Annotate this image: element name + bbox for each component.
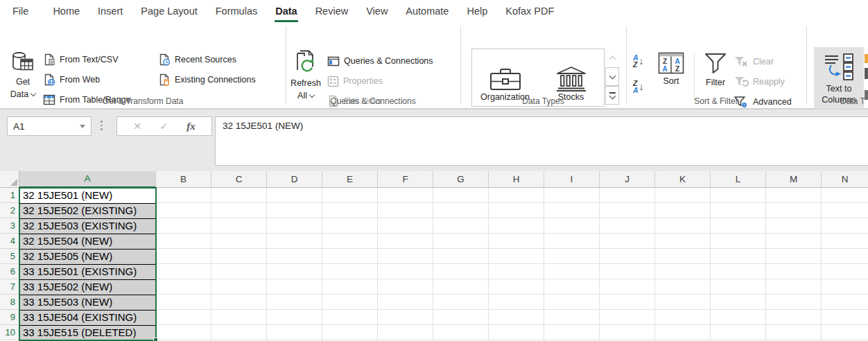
queries-connections-button[interactable]: Queries & Connections (327, 54, 433, 68)
clear-filter-button[interactable]: Clear (734, 55, 774, 69)
column-header-i[interactable]: I (544, 171, 600, 188)
row-header[interactable]: 4 (0, 234, 19, 249)
column-header-b[interactable]: B (156, 171, 211, 188)
cells-area[interactable] (156, 188, 868, 341)
gallery-scroll-up-button[interactable] (605, 49, 619, 67)
properties-button[interactable]: Properties (327, 74, 383, 88)
tab-home[interactable]: Home (44, 0, 89, 22)
select-all-button[interactable] (0, 171, 19, 188)
enter-icon[interactable]: ✓ (160, 121, 168, 132)
refresh-all-icon (293, 50, 319, 76)
cell-a4[interactable]: 32 15JE504 (NEW) (20, 234, 155, 250)
row-header[interactable]: 2 (0, 203, 19, 218)
row-header[interactable]: 6 (0, 264, 19, 279)
sort-label: Sort (663, 76, 679, 87)
column-header-l[interactable]: L (711, 171, 766, 188)
sort-dialog-icon: Z A A Z (658, 52, 684, 74)
column-header-m[interactable]: M (766, 171, 822, 188)
clear-filter-label: Clear (753, 57, 774, 67)
select-all-triangle-icon (10, 179, 17, 186)
cell-a5[interactable]: 32 15JE505 (NEW) (20, 250, 155, 265)
filter-button[interactable]: Filter (700, 52, 731, 88)
cell-a9[interactable]: 33 15JE504 (EXISTING) (20, 311, 155, 326)
tab-insert[interactable]: Insert (89, 0, 132, 22)
recent-sources-button[interactable]: Recent Sources (158, 53, 236, 67)
chevron-down-icon (31, 91, 36, 96)
tab-automate[interactable]: Automate (397, 0, 458, 22)
name-box-dropdown-icon[interactable] (80, 125, 85, 128)
group-label-data-types: Data Types (460, 96, 626, 106)
svg-text:Z: Z (663, 58, 667, 65)
tab-review[interactable]: Review (306, 0, 358, 22)
clipped-flash-fill-icon (865, 54, 868, 63)
cell-a10[interactable]: 33 15JE515 (DELETED) (20, 326, 155, 341)
from-web-button[interactable]: From Web (43, 73, 100, 87)
get-data-label-line1: Get (16, 76, 30, 87)
svg-text:A: A (662, 65, 667, 73)
column-header-k[interactable]: K (655, 171, 711, 188)
column-header-c[interactable]: C (211, 171, 267, 188)
row-header[interactable]: 8 (0, 295, 19, 310)
cell-a3[interactable]: 32 15JE503 (EXISTING) (20, 219, 155, 234)
refresh-all-button[interactable]: Refresh All (287, 50, 324, 101)
column-header-e[interactable]: E (322, 171, 378, 188)
cell-a2[interactable]: 32 15JE502 (EXISTING) (20, 204, 155, 219)
column-header-f[interactable]: F (378, 171, 433, 188)
properties-icon (327, 76, 339, 87)
existing-connections-button[interactable]: Existing Connections (158, 73, 256, 87)
formula-bar-resize-handle[interactable] (101, 121, 103, 130)
column-header-n[interactable]: N (822, 171, 868, 188)
formula-bar-buttons: ✕ ✓ fx (116, 116, 212, 136)
group-label-get-transform: Get & Transform Data (0, 96, 286, 106)
stocks-icon (556, 66, 587, 92)
tab-view[interactable]: View (357, 0, 397, 22)
cell-a6[interactable]: 33 15JE501 (EXISTING) (20, 265, 155, 280)
ribbon-tab-bar: File Home Insert Page Layout Formulas Da… (0, 0, 868, 22)
group-separator (286, 26, 286, 104)
recent-sources-label: Recent Sources (175, 55, 236, 64)
reapply-filter-button[interactable]: Reapply (734, 75, 785, 89)
reapply-filter-label: Reapply (753, 77, 785, 87)
formula-input[interactable]: 32 15JE501 (NEW) (215, 116, 868, 166)
clear-filter-icon (734, 55, 749, 68)
column-header-a[interactable]: A (19, 171, 156, 188)
cell-a7[interactable]: 33 15JE502 (NEW) (20, 280, 155, 295)
row-header[interactable]: 3 (0, 218, 19, 234)
row-header[interactable]: 5 (0, 249, 19, 264)
row-header[interactable]: 1 (0, 188, 19, 203)
get-data-button[interactable]: Get Data (4, 50, 42, 100)
row-header[interactable]: 7 (0, 279, 19, 295)
from-text-csv-label: From Text/CSV (60, 55, 119, 64)
tab-kofax-pdf[interactable]: Kofax PDF (496, 0, 563, 22)
tab-help[interactable]: Help (458, 0, 496, 22)
tab-data[interactable]: Data (266, 0, 306, 22)
column-header-g[interactable]: G (433, 171, 489, 188)
get-data-icon (10, 50, 35, 75)
row-header-column: 1 2 3 4 5 6 7 8 9 10 (0, 188, 19, 340)
from-text-csv-button[interactable]: From Text/CSV (43, 53, 119, 67)
column-header-j[interactable]: J (600, 171, 655, 188)
refresh-all-label-line1: Refresh (290, 78, 321, 89)
group-separator (806, 26, 807, 104)
tab-page-layout[interactable]: Page Layout (132, 0, 206, 22)
tab-file[interactable]: File (3, 0, 37, 22)
ribbon: Get Data From Text/CSV Fr (0, 22, 868, 109)
gallery-scroll-down-button[interactable] (605, 67, 619, 86)
organization-icon (488, 66, 523, 92)
column-header-h[interactable]: H (489, 171, 544, 188)
sort-button[interactable]: Z A A Z Sort (656, 52, 686, 87)
cell-a1[interactable]: 32 15JE501 (NEW) (20, 189, 155, 204)
from-web-label: From Web (60, 75, 100, 85)
tab-formulas[interactable]: Formulas (207, 0, 266, 22)
cell-a8[interactable]: 33 15JE503 (NEW) (20, 295, 155, 311)
queries-connections-icon (327, 55, 340, 67)
sort-descending-button[interactable]: ZA ↓ (633, 80, 644, 94)
name-box[interactable]: A1 (7, 116, 92, 136)
cancel-icon[interactable]: ✕ (133, 121, 141, 132)
row-header[interactable]: 9 (0, 310, 19, 325)
properties-label: Properties (343, 76, 383, 86)
insert-function-button[interactable]: fx (186, 121, 196, 132)
row-header[interactable]: 10 (0, 325, 19, 340)
sort-ascending-button[interactable]: AZ ↓ (633, 54, 644, 68)
column-header-d[interactable]: D (267, 171, 322, 188)
